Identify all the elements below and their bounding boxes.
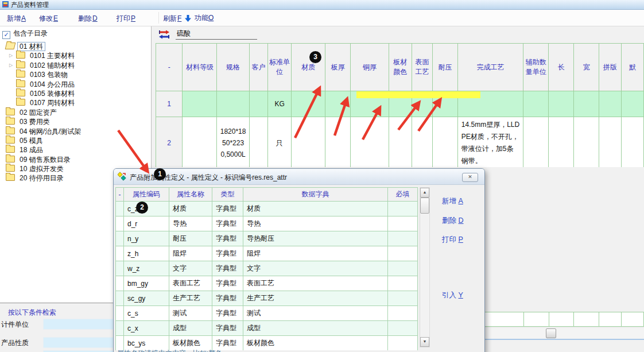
menu-item-a[interactable]: 新增A bbox=[7, 14, 26, 24]
attr-cell-bm_gy-1[interactable]: bm_gy bbox=[124, 276, 169, 291]
expand-arrow-icon[interactable]: ▷ bbox=[9, 61, 13, 70]
tree-item-0103[interactable]: 0103 包装物 bbox=[0, 70, 151, 79]
attr-cell-z_h-4[interactable]: 阻焊 bbox=[243, 246, 388, 261]
attr-cell-bm_gy-2[interactable]: 表面工艺 bbox=[169, 276, 212, 291]
attr-cell-c_x-0[interactable] bbox=[116, 321, 124, 336]
cell-r1-c15[interactable] bbox=[599, 91, 621, 117]
tree-item-0101[interactable]: ▷0101 主要材料 bbox=[0, 51, 151, 60]
attr-cell-d_r-3[interactable]: 字典型 bbox=[212, 216, 243, 231]
cell-r1-c14[interactable] bbox=[574, 91, 599, 117]
attr-cell-w_z-2[interactable]: 文字 bbox=[169, 261, 212, 276]
cell-r2-c13[interactable] bbox=[549, 117, 574, 168]
attr-cell-bm_gy-5[interactable] bbox=[388, 276, 418, 291]
bottom-cell-14[interactable] bbox=[574, 312, 599, 327]
swap-arrows-icon[interactable] bbox=[158, 30, 170, 39]
attr-cell-c_x-1[interactable]: c_x bbox=[124, 321, 169, 336]
attr-cell-c_s-1[interactable]: c_s bbox=[124, 306, 169, 321]
dialog-column-header-0[interactable]: - bbox=[116, 188, 124, 202]
filter-input-0[interactable] bbox=[43, 319, 114, 330]
attr-cell-sc_gy-3[interactable]: 字典型 bbox=[212, 291, 243, 306]
tree-item-02[interactable]: 02 固定资产 bbox=[0, 108, 151, 117]
column-header-9[interactable]: 表面工艺 bbox=[412, 44, 432, 91]
menu-item-f[interactable]: 刷新F bbox=[163, 14, 181, 24]
column-header-7[interactable]: 铜厚 bbox=[351, 44, 389, 91]
attr-cell-c_z-5[interactable] bbox=[388, 202, 418, 216]
dialog-button-a[interactable]: 新增 A bbox=[442, 196, 463, 206]
cell-r1-c13[interactable] bbox=[549, 91, 574, 117]
attr-cell-bm_gy-0[interactable] bbox=[116, 276, 124, 291]
attr-cell-d_r-5[interactable] bbox=[388, 216, 418, 231]
menu-item-function[interactable]: 功能O bbox=[185, 13, 214, 23]
attr-cell-z_h-1[interactable]: z_h bbox=[124, 246, 169, 261]
attr-cell-c_z-1[interactable]: c_z bbox=[124, 202, 169, 216]
attr-cell-c_s-4[interactable]: 测试 bbox=[243, 306, 388, 321]
cell-r2-c8[interactable] bbox=[389, 117, 412, 168]
dialog-column-header-1[interactable]: 属性编码 bbox=[124, 188, 169, 202]
column-header-2[interactable]: 规格 bbox=[217, 44, 249, 91]
dialog-close-button[interactable]: ✕ bbox=[462, 173, 478, 182]
dialog-button-d[interactable]: 删除 D bbox=[442, 216, 464, 226]
attr-cell-c_x-2[interactable]: 成型 bbox=[169, 321, 212, 336]
attr-cell-w_z-3[interactable]: 字典型 bbox=[212, 261, 243, 276]
column-header-13[interactable]: 长 bbox=[549, 44, 574, 91]
attr-cell-w_z-0[interactable] bbox=[116, 261, 124, 276]
attr-cell-c_x-4[interactable]: 成型 bbox=[243, 321, 388, 336]
dialog-column-header-3[interactable]: 类型 bbox=[212, 188, 243, 202]
expand-arrow-icon[interactable]: ▷ bbox=[9, 51, 13, 60]
attr-cell-bc_ys-5[interactable] bbox=[388, 336, 418, 351]
tree-item-0104[interactable]: 0104 办公用品 bbox=[0, 80, 151, 89]
tree-item-05[interactable]: 05 模具 bbox=[0, 136, 151, 145]
dialog-column-header-4[interactable]: 数据字典 bbox=[243, 188, 388, 202]
attr-cell-sc_gy-5[interactable] bbox=[388, 291, 418, 306]
column-header-15[interactable]: 拼版 bbox=[599, 44, 621, 91]
column-header-12[interactable]: 辅助数量单位 bbox=[523, 44, 549, 91]
attr-cell-c_s-5[interactable] bbox=[388, 306, 418, 321]
search-input[interactable] bbox=[176, 28, 257, 40]
attr-cell-sc_gy-0[interactable] bbox=[116, 291, 124, 306]
dialog-scrollbar-thumb[interactable] bbox=[420, 198, 429, 214]
column-header-3[interactable]: 客户 bbox=[249, 44, 267, 91]
cell-r2-c4[interactable]: 只 bbox=[268, 117, 292, 168]
column-header-8[interactable]: 板材颜色 bbox=[389, 44, 412, 91]
tree-item-04[interactable]: 04 钢网/治具/测试架 bbox=[0, 127, 151, 136]
cell-r2-c14[interactable] bbox=[574, 117, 599, 168]
cell-r1-c6[interactable] bbox=[325, 91, 351, 117]
cell-r2-c12[interactable] bbox=[523, 117, 549, 168]
cell-r1-c2[interactable] bbox=[217, 91, 249, 117]
horizontal-scrollbar-thumb[interactable] bbox=[546, 328, 556, 338]
menu-item-p[interactable]: 打印P bbox=[117, 14, 135, 24]
attr-cell-z_h-3[interactable]: 字典型 bbox=[212, 246, 243, 261]
column-header-10[interactable]: 耐压 bbox=[432, 44, 457, 91]
attr-cell-n_y-5[interactable] bbox=[388, 231, 418, 246]
cell-r1-c16[interactable] bbox=[621, 91, 643, 117]
cell-r2-c15[interactable] bbox=[599, 117, 621, 168]
column-header-0[interactable]: - bbox=[156, 44, 183, 91]
column-header-14[interactable]: 宽 bbox=[574, 44, 599, 91]
tree-item-0105[interactable]: 0105 装修材料 bbox=[0, 89, 151, 98]
attr-cell-z_h-0[interactable] bbox=[116, 246, 124, 261]
column-header-1[interactable]: 材料等级 bbox=[183, 44, 217, 91]
cell-r2-c10[interactable] bbox=[432, 117, 457, 168]
attr-cell-c_x-5[interactable] bbox=[388, 321, 418, 336]
tree-item-01[interactable]: 01 材料 bbox=[0, 42, 151, 51]
attr-cell-w_z-1[interactable]: w_z bbox=[124, 261, 169, 276]
tree-item-18[interactable]: 18 成品 bbox=[0, 145, 151, 154]
column-header-11[interactable]: 完成工艺 bbox=[457, 44, 523, 91]
tree-item-09[interactable]: 09 销售系数目录 bbox=[0, 155, 151, 164]
cell-r2-c6[interactable] bbox=[325, 117, 351, 168]
attr-cell-w_z-5[interactable] bbox=[388, 261, 418, 276]
attr-cell-d_r-4[interactable]: 导热 bbox=[243, 216, 388, 231]
attr-cell-d_r-1[interactable]: d_r bbox=[124, 216, 169, 231]
cell-r2-c2[interactable]: 1820*1850*2230,5000L bbox=[217, 117, 249, 168]
column-header-5[interactable]: 材质 bbox=[292, 44, 325, 91]
attr-cell-d_r-0[interactable] bbox=[116, 216, 124, 231]
tree-item-03[interactable]: 03 费用类 bbox=[0, 117, 151, 126]
column-header-6[interactable]: 板厚 bbox=[325, 44, 351, 91]
cell-r2-c3[interactable] bbox=[249, 117, 267, 168]
bottom-cell-13[interactable] bbox=[549, 312, 574, 327]
dialog-column-header-2[interactable]: 属性名称 bbox=[169, 188, 212, 202]
bottom-cell-15[interactable] bbox=[599, 312, 622, 327]
cell-r1-c12[interactable] bbox=[523, 91, 549, 117]
dialog-button-p[interactable]: 打印 P bbox=[442, 235, 463, 245]
cell-r2-c9[interactable] bbox=[412, 117, 432, 168]
